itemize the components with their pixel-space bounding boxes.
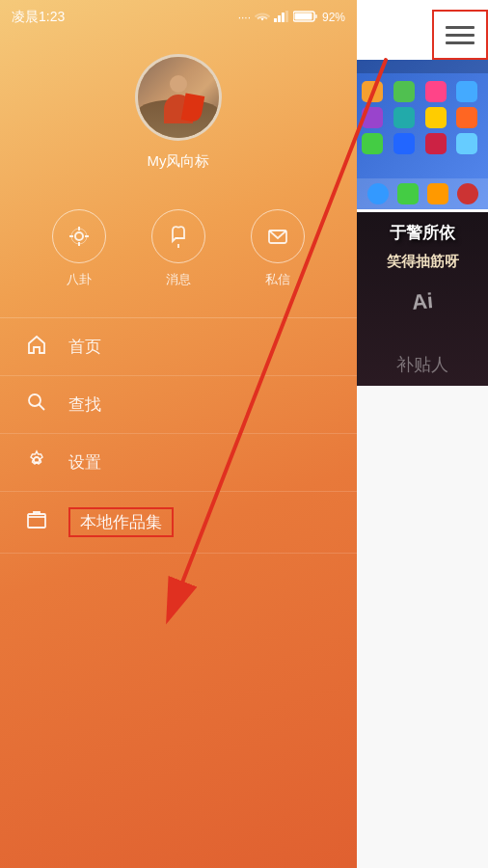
thumb-1-image bbox=[357, 60, 488, 209]
dm-circle bbox=[251, 209, 305, 263]
message-label: 消息 bbox=[166, 271, 191, 288]
status-icons: ···· bbox=[238, 11, 345, 25]
settings-label: 设置 bbox=[68, 451, 101, 474]
svg-rect-1 bbox=[278, 15, 281, 22]
settings-icon bbox=[24, 449, 49, 475]
gossip-circle bbox=[52, 209, 106, 263]
sidebar: 凌晨1:23 ···· bbox=[0, 0, 357, 868]
battery-icon bbox=[293, 11, 318, 25]
menu-item-search[interactable]: 查找 bbox=[0, 376, 357, 434]
action-dm[interactable]: 私信 bbox=[251, 209, 305, 288]
hamburger-line-1 bbox=[446, 26, 474, 29]
avatar[interactable] bbox=[135, 54, 222, 141]
thumbnail-2: 于警所依 笑得抽筋呀 Ai 补贴人 bbox=[357, 212, 488, 386]
right-panel: 于警所依 笑得抽筋呀 Ai 补贴人 bbox=[357, 0, 488, 868]
dm-label: 私信 bbox=[265, 271, 290, 288]
action-row: 八卦 消息 私信 bbox=[0, 200, 357, 317]
home-icon bbox=[24, 334, 49, 360]
battery-percent: 92% bbox=[322, 11, 345, 24]
svg-point-8 bbox=[71, 229, 87, 244]
svg-rect-2 bbox=[282, 13, 285, 22]
action-message[interactable]: 消息 bbox=[151, 209, 205, 288]
svg-rect-5 bbox=[314, 14, 317, 18]
hamburger-line-3 bbox=[446, 41, 474, 44]
hamburger-line-2 bbox=[446, 34, 474, 37]
action-gossip[interactable]: 八卦 bbox=[52, 209, 106, 288]
gossip-label: 八卦 bbox=[67, 271, 92, 288]
svg-point-15 bbox=[29, 394, 41, 406]
search-icon bbox=[24, 392, 49, 418]
profile-section: My风向标 bbox=[0, 35, 357, 200]
svg-rect-6 bbox=[294, 13, 312, 19]
svg-rect-18 bbox=[28, 514, 45, 528]
wifi-icon bbox=[255, 11, 270, 25]
menu-item-local[interactable]: 本地作品集 bbox=[0, 492, 357, 554]
svg-line-16 bbox=[40, 405, 45, 411]
hamburger-button[interactable] bbox=[432, 10, 488, 60]
avatar-image bbox=[138, 57, 219, 138]
profile-name: My风向标 bbox=[148, 152, 210, 171]
status-time: 凌晨1:23 bbox=[12, 9, 65, 26]
right-panel-empty bbox=[357, 386, 488, 868]
svg-point-7 bbox=[75, 232, 83, 240]
signal-bars bbox=[274, 11, 289, 25]
local-label: 本地作品集 bbox=[68, 507, 174, 537]
menu-item-settings[interactable]: 设置 bbox=[0, 434, 357, 492]
message-circle bbox=[151, 209, 205, 263]
home-label: 首页 bbox=[68, 336, 101, 358]
svg-rect-3 bbox=[285, 11, 288, 22]
thumb-2-image: 于警所依 笑得抽筋呀 Ai 补贴人 bbox=[357, 212, 488, 386]
svg-rect-0 bbox=[274, 18, 277, 22]
signal-dots: ···· bbox=[238, 11, 251, 24]
thumbnail-1 bbox=[357, 60, 488, 209]
search-label: 查找 bbox=[68, 393, 101, 416]
local-icon bbox=[24, 509, 49, 535]
status-bar: 凌晨1:23 ···· bbox=[0, 0, 357, 35]
menu-item-home[interactable]: 首页 bbox=[0, 318, 357, 376]
